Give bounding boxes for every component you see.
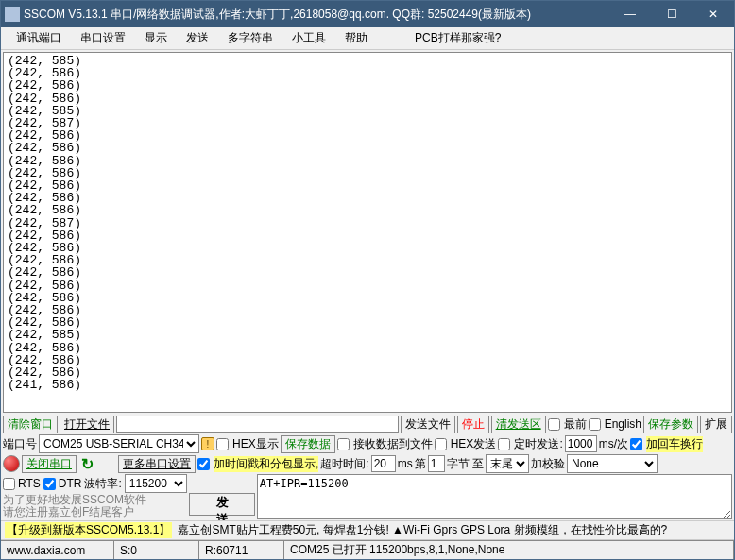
menu-pcb-ad[interactable]: PCB打样那家强? <box>405 28 510 48</box>
extend-button[interactable]: 扩展 <box>700 416 732 433</box>
rts-label: RTS <box>18 477 41 490</box>
command-input[interactable] <box>257 474 732 519</box>
status-recv: R:60711 <box>199 541 284 559</box>
port-label: 端口号 <box>3 436 37 452</box>
hex-send-checkbox[interactable] <box>435 438 447 450</box>
topmost-label: 最前 <box>564 416 587 433</box>
status-sent: S:0 <box>114 541 199 559</box>
check-label: 加校验 <box>531 456 565 472</box>
crlf-label: 加回车换行 <box>646 436 703 452</box>
recv-file-checkbox[interactable] <box>337 438 350 450</box>
hex-show-label: HEX显示 <box>232 436 279 452</box>
baud-label: 波特率: <box>84 476 121 492</box>
more-settings-button[interactable]: 更多串口设置 <box>118 455 196 473</box>
minimize-button[interactable]: — <box>609 1 651 27</box>
promo-bar: 【升级到新版本SSCOM5.13.1】 嘉立创SMT贴片工程费50元, 每焊盘1… <box>1 520 734 540</box>
hex-send-label: HEX发送 <box>451 436 497 452</box>
menu-send[interactable]: 发送 <box>177 28 218 48</box>
menu-help[interactable]: 帮助 <box>335 28 377 48</box>
statusbar: www.daxia.com S:0 R:60711 COM25 已打开 1152… <box>1 540 734 559</box>
english-label: English <box>605 417 641 431</box>
file-path-input[interactable] <box>116 416 399 433</box>
nth-input[interactable] <box>428 455 445 472</box>
hex-show-checkbox[interactable] <box>216 438 229 450</box>
app-icon <box>5 7 20 22</box>
baud-select[interactable]: 115200 <box>125 474 187 493</box>
send-file-button[interactable]: 发送文件 <box>401 416 455 433</box>
menubar: 通讯端口 串口设置 显示 发送 多字符串 小工具 帮助 PCB打样那家强? <box>1 27 734 50</box>
crlf-checkbox[interactable] <box>630 438 642 450</box>
close-port-button[interactable]: 关闭串口 <box>22 455 77 473</box>
timeout-input[interactable] <box>371 455 396 472</box>
open-file-button[interactable]: 打开文件 <box>60 416 114 433</box>
timeout-unit: ms <box>398 457 413 470</box>
promo-ad-text: 嘉立创SMT贴片工程费50元, 每焊盘1分钱! ▲Wi-Fi Gprs GPS … <box>178 522 667 538</box>
timestamp-label: 加时间戳和分包显示, <box>214 456 318 472</box>
clear-window-button[interactable]: 清除窗口 <box>3 416 58 433</box>
window-title: SSCOM V5.13.1 串口/网络数据调试器,作者:大虾丁丁,2618058… <box>24 7 609 23</box>
english-checkbox[interactable] <box>589 418 601 431</box>
timed-send-label: 定时发送: <box>514 436 562 452</box>
timestamp-checkbox[interactable] <box>197 458 210 470</box>
menu-display[interactable]: 显示 <box>135 28 177 48</box>
interval-unit: ms/次 <box>599 436 628 452</box>
dtr-label: DTR <box>59 477 82 490</box>
titlebar: SSCOM V5.13.1 串口/网络数据调试器,作者:大虾丁丁,2618058… <box>1 1 734 27</box>
status-conn: COM25 已打开 115200bps,8,1,None,None <box>284 541 734 559</box>
menu-tools[interactable]: 小工具 <box>282 28 335 48</box>
stop-button[interactable]: 停止 <box>457 416 489 433</box>
status-site[interactable]: www.daxia.com <box>1 541 114 559</box>
maximize-button[interactable]: ☐ <box>651 1 692 27</box>
timeout-label: 超时时间: <box>320 456 368 472</box>
timed-send-checkbox[interactable] <box>498 438 510 450</box>
clear-send-button[interactable]: 清发送区 <box>491 416 546 433</box>
check-select[interactable]: None <box>567 454 658 473</box>
rts-checkbox[interactable] <box>3 478 15 490</box>
output-area[interactable]: (242, 585) (242, 586) (242, 586) (242, 5… <box>3 52 732 413</box>
promo-text-2: 请您注册嘉立创F结尾客户 <box>3 506 187 518</box>
recv-file-label: 接收数据到文件 <box>353 436 433 452</box>
status-indicator-icon <box>3 455 20 472</box>
menu-comm-port[interactable]: 通讯端口 <box>7 28 71 48</box>
close-button[interactable]: ✕ <box>692 1 734 27</box>
save-params-button[interactable]: 保存参数 <box>643 416 698 433</box>
save-data-button[interactable]: 保存数据 <box>281 435 335 453</box>
interval-input[interactable] <box>565 435 597 452</box>
dtr-checkbox[interactable] <box>43 478 56 490</box>
port-select[interactable]: COM25 USB-SERIAL CH340 <box>39 434 199 453</box>
nth-label: 第 <box>415 456 426 472</box>
menu-multi-string[interactable]: 多字符串 <box>218 28 282 48</box>
nth-unit: 字节 至 <box>447 456 484 472</box>
upgrade-tag[interactable]: 【升级到新版本SSCOM5.13.1】 <box>5 522 172 538</box>
send-button[interactable]: 发 送 <box>189 493 255 516</box>
refresh-icon[interactable]: ↻ <box>78 455 95 472</box>
output-text: (242, 585) (242, 586) (242, 586) (242, 5… <box>8 54 81 392</box>
menu-port-settings[interactable]: 串口设置 <box>71 28 135 48</box>
end-select[interactable]: 末尾 <box>486 454 529 473</box>
topmost-checkbox[interactable] <box>548 418 560 431</box>
warn-icon: ! <box>201 437 214 450</box>
